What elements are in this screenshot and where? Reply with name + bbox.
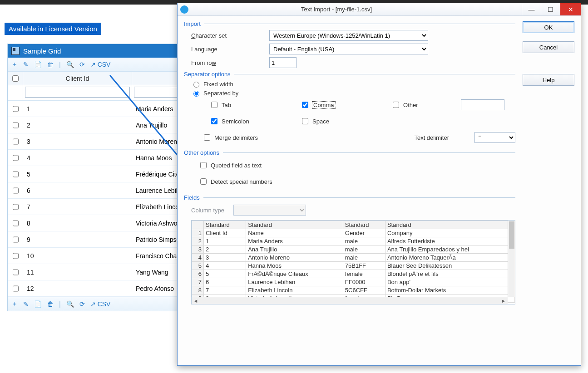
preview-table-wrap: StandardStandardStandardStandard1Client … [191,220,515,304]
preview-cell: Ana Trujillo [246,245,343,254]
text-delimiter-label: Text delimiter [414,134,449,141]
cell-client-id: 9 [23,236,132,243]
preview-cell: male [343,254,385,262]
app-icon [180,5,188,14]
preview-cell: Client Id [204,229,246,237]
other-input[interactable] [461,99,504,110]
search-button[interactable]: 🔍 [66,61,74,68]
fixed-width-radio[interactable] [193,82,199,88]
refresh-button-b[interactable]: ⟳ [79,300,85,308]
text-import-dialog: Text Import - [my-file-1.csv] — ☐ ✕ Impo… [177,3,581,366]
hscroll-left[interactable]: ◄ [193,298,199,304]
fromrow-label: From row [191,59,264,66]
preview-cell: FrÃ©dÃ©rique Citeaux [246,270,343,278]
preview-cell: Blondel pÃ¨re et fils [385,270,514,278]
fixed-width-label: Fixed width [203,81,233,88]
fields-heading: Fields [184,194,515,201]
preview-cell: 6 [204,278,246,286]
row-checkbox[interactable] [13,220,19,226]
cell-client-id: 3 [23,138,132,145]
row-checkbox[interactable] [13,155,19,161]
filter-client-id[interactable] [25,87,130,98]
from-row-input[interactable] [269,57,296,68]
row-checkbox[interactable] [13,106,19,112]
licensed-version-link[interactable]: Available in Licensed Version [5,23,101,35]
text-delimiter-select[interactable]: " [474,132,515,143]
preview-row-number: 2 [192,237,204,245]
preview-cell: 1 [204,237,246,245]
help-button[interactable]: Help [523,74,574,86]
preview-vscroll[interactable] [508,221,515,297]
comma-checkbox[interactable] [302,102,308,108]
tab-checkbox[interactable] [211,102,217,108]
row-checkbox[interactable] [13,269,19,275]
refresh-button[interactable]: ⟳ [79,61,85,68]
cell-client-id: 1 [23,105,132,113]
row-checkbox[interactable] [13,187,19,194]
quoted-field-checkbox[interactable] [200,162,207,168]
merge-delimiters-checkbox[interactable] [204,134,210,141]
dialog-titlebar[interactable]: Text Import - [my-file-1.csv] — ☐ ✕ [178,3,581,16]
language-select[interactable]: Default - English (USA) [269,44,428,54]
preview-cell: male [343,245,385,254]
delete-row-button[interactable]: 🗑 [47,61,54,68]
header-check-cell[interactable] [8,72,23,85]
header-client-id[interactable]: Client Id [23,72,132,85]
semicolon-checkbox[interactable] [211,118,217,124]
language-label: Language [191,46,264,53]
preview-cell: 5 [204,270,246,278]
preview-col-header[interactable]: Standard [204,221,246,229]
cancel-button[interactable]: Cancel [523,41,574,53]
ok-button[interactable]: OK [523,21,574,33]
preview-cell: Bon app' [385,278,514,286]
export-csv-button-b[interactable]: ↗ CSV [90,300,111,308]
preview-cell: Alfreds Futterkiste [385,237,514,245]
preview-table[interactable]: StandardStandardStandardStandard1Client … [192,221,515,303]
import-heading: Import [184,20,515,27]
space-checkbox[interactable] [302,118,308,124]
copy-row-button-b[interactable]: 📄 [34,300,42,308]
delete-row-button-b[interactable]: 🗑 [47,300,54,308]
edit-row-button-b[interactable]: ✎ [23,300,29,308]
row-checkbox[interactable] [13,122,19,128]
preview-cell: male [343,237,385,245]
edit-row-button[interactable]: ✎ [23,61,29,68]
preview-cell: Gender [343,229,385,237]
export-csv-button[interactable]: ↗ CSV [90,61,111,68]
row-checkbox[interactable] [13,204,19,210]
preview-cell: Name [246,229,343,237]
column-type-select[interactable] [233,205,306,216]
preview-col-header[interactable]: Standard [343,221,385,229]
row-checkbox[interactable] [13,236,19,243]
grid-title: Sample Grid [23,47,61,55]
detect-numbers-checkbox[interactable] [200,178,207,185]
other-checkbox[interactable] [393,102,399,108]
row-checkbox[interactable] [13,285,19,292]
copy-row-button[interactable]: 📄 [34,61,42,68]
export-icon: ↗ [90,61,96,68]
preview-cell: FF0000 [343,278,385,286]
close-button[interactable]: ✕ [560,3,581,15]
cell-client-id: 8 [23,220,132,227]
row-checkbox[interactable] [13,138,19,145]
preview-col-header[interactable]: Standard [246,221,343,229]
separated-by-radio[interactable] [193,91,199,97]
preview-cell: Antonio Moreno TaquerÃ­a [385,254,514,262]
hscroll-right[interactable]: ► [500,298,507,304]
cell-client-id: 12 [23,285,132,292]
cell-client-id: 6 [23,187,132,194]
charset-select[interactable]: Western Europe (Windows-1252/WinLatin 1) [269,30,428,41]
preview-col-header[interactable]: Standard [385,221,514,229]
row-checkbox[interactable] [13,171,19,177]
minimize-button[interactable]: — [522,3,541,15]
cell-client-id: 7 [23,203,132,211]
row-checkbox[interactable] [13,253,19,259]
search-button-b[interactable]: 🔍 [66,300,74,308]
select-all-checkbox[interactable] [12,75,19,82]
add-row-button-b[interactable]: ＋ [11,300,18,308]
add-row-button[interactable]: ＋ [11,60,18,69]
preview-cell: 7 [204,286,246,294]
preview-hscroll[interactable]: ◄ ► [192,297,508,304]
grid-icon [11,47,20,55]
maximize-button[interactable]: ☐ [541,3,560,15]
